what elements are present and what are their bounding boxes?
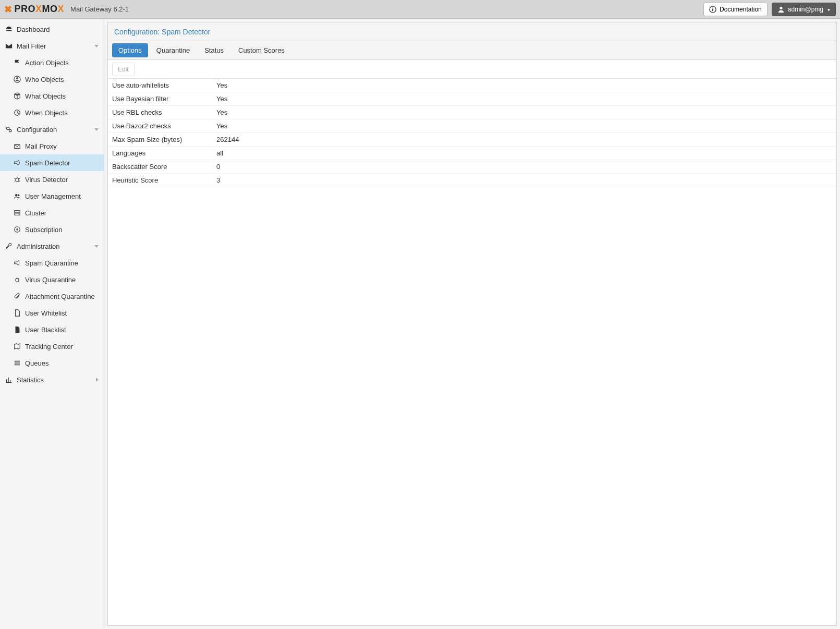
- svg-rect-2: [712, 7, 713, 8]
- sidebar-item-mail-proxy[interactable]: Mail Proxy: [0, 138, 104, 154]
- sidebar-item-what-objects[interactable]: What Objects: [0, 88, 104, 104]
- svg-rect-12: [15, 211, 20, 213]
- option-value: Yes: [216, 122, 832, 130]
- file-icon: [14, 309, 21, 317]
- tab-bar: Options Quarantine Status Custom Scores: [108, 41, 836, 60]
- brand-logo: ✖ PROXMOX: [4, 4, 64, 15]
- cube-icon: [14, 92, 21, 100]
- bars-icon: [14, 359, 21, 367]
- panel-title: Configuration: Spam Detector: [108, 22, 836, 41]
- svg-point-5: [16, 77, 18, 79]
- sidebar-item-spam-quarantine[interactable]: Spam Quarantine: [0, 255, 104, 271]
- svg-rect-13: [15, 213, 20, 215]
- sidebar-item-configuration[interactable]: Configuration: [0, 121, 104, 138]
- option-key: Use Bayesian filter: [112, 95, 216, 103]
- option-value: all: [216, 149, 832, 157]
- tab-custom-scores[interactable]: Custom Scores: [232, 43, 291, 57]
- chevron-down-icon: [826, 6, 830, 13]
- gears-icon: [5, 126, 13, 133]
- option-value: Yes: [216, 95, 832, 103]
- sidebar-item-who-objects[interactable]: Who Objects: [0, 71, 104, 88]
- user-menu-button[interactable]: admin@pmg: [772, 3, 836, 16]
- user-label: admin@pmg: [788, 6, 823, 13]
- options-grid: Use auto-whitelistsYesUse Bayesian filte…: [108, 79, 836, 625]
- option-value: Yes: [216, 81, 832, 89]
- svg-point-3: [780, 6, 782, 9]
- sidebar-item-user-mgmt[interactable]: User Management: [0, 188, 104, 204]
- sidebar-item-mail-filter[interactable]: Mail Filter: [0, 38, 104, 54]
- sidebar-item-queues[interactable]: Queues: [0, 355, 104, 371]
- svg-point-9: [16, 178, 19, 182]
- svg-point-7: [7, 127, 9, 130]
- bullhorn-icon: [14, 159, 21, 166]
- bug-icon: [14, 276, 21, 283]
- svg-point-11: [18, 195, 20, 197]
- option-key: Use Razor2 checks: [112, 122, 216, 130]
- user-circle-icon: [14, 76, 21, 83]
- sidebar-item-cluster[interactable]: Cluster: [0, 204, 104, 221]
- chevron-down-icon: [94, 45, 99, 47]
- edit-button[interactable]: Edit: [112, 63, 135, 76]
- option-row[interactable]: Languagesall: [108, 147, 836, 160]
- tab-quarantine[interactable]: Quarantine: [150, 43, 196, 57]
- sidebar-item-statistics[interactable]: Statistics: [0, 371, 104, 388]
- sidebar-item-action-objects[interactable]: Action Objects: [0, 54, 104, 71]
- option-row[interactable]: Use Razor2 checksYes: [108, 119, 836, 133]
- clock-icon: [14, 109, 21, 116]
- option-row[interactable]: Backscatter Score0: [108, 160, 836, 174]
- option-row[interactable]: Use auto-whitelistsYes: [108, 79, 836, 92]
- option-key: Backscatter Score: [112, 163, 216, 171]
- option-row[interactable]: Max Spam Size (bytes)262144: [108, 133, 836, 147]
- sidebar-item-subscription[interactable]: Subscription: [0, 221, 104, 238]
- tab-status[interactable]: Status: [198, 43, 230, 57]
- option-key: Use RBL checks: [112, 108, 216, 116]
- option-row[interactable]: Use Bayesian filterYes: [108, 92, 836, 106]
- svg-point-8: [9, 129, 11, 131]
- sidebar-item-user-blacklist[interactable]: User Blacklist: [0, 321, 104, 338]
- dashboard-icon: [5, 26, 13, 33]
- sidebar-item-spam-detector[interactable]: Spam Detector: [0, 154, 104, 171]
- info-icon: [709, 6, 716, 13]
- product-name: Mail Gateway 6.2-1: [70, 5, 129, 13]
- option-value: 3: [216, 176, 832, 184]
- svg-point-16: [16, 278, 19, 282]
- doc-label: Documentation: [720, 6, 762, 13]
- map-icon: [14, 343, 21, 350]
- paperclip-icon: [14, 293, 21, 300]
- documentation-button[interactable]: Documentation: [703, 3, 768, 16]
- option-key: Languages: [112, 149, 216, 157]
- server-icon: [14, 209, 21, 216]
- option-row[interactable]: Heuristic Score3: [108, 174, 836, 187]
- topbar: ✖ PROXMOX Mail Gateway 6.2-1 Documentati…: [0, 0, 840, 19]
- option-key: Heuristic Score: [112, 176, 216, 184]
- sidebar-item-administration[interactable]: Administration: [0, 238, 104, 255]
- sidebar-item-attachment-quarantine[interactable]: Attachment Quarantine: [0, 288, 104, 305]
- sidebar-item-tracking-center[interactable]: Tracking Center: [0, 338, 104, 355]
- svg-point-15: [16, 228, 18, 231]
- users-icon: [14, 192, 21, 200]
- envelope-open-icon: [14, 142, 21, 150]
- bug-icon: [14, 176, 21, 183]
- user-icon: [777, 6, 785, 13]
- chart-icon: [5, 376, 13, 383]
- option-key: Max Spam Size (bytes): [112, 136, 216, 143]
- sidebar-item-user-whitelist[interactable]: User Whitelist: [0, 305, 104, 321]
- option-value: Yes: [216, 108, 832, 116]
- toolbar: Edit: [108, 60, 836, 79]
- sidebar-item-dashboard[interactable]: Dashboard: [0, 21, 104, 38]
- tab-options[interactable]: Options: [112, 43, 148, 57]
- svg-rect-1: [712, 9, 713, 11]
- option-row[interactable]: Use RBL checksYes: [108, 106, 836, 119]
- brand-text: PROXMOX: [15, 4, 65, 15]
- logo-x-icon: ✖: [4, 4, 13, 15]
- option-value: 262144: [216, 136, 832, 143]
- wrench-icon: [5, 243, 13, 250]
- sidebar-item-virus-quarantine[interactable]: Virus Quarantine: [0, 271, 104, 288]
- main-panel: Configuration: Spam Detector Options Qua…: [107, 22, 837, 626]
- chevron-down-icon: [94, 245, 99, 248]
- bullhorn-icon: [14, 259, 21, 267]
- chevron-right-icon: [96, 378, 99, 382]
- sidebar-item-when-objects[interactable]: When Objects: [0, 104, 104, 121]
- sidebar-item-virus-detector[interactable]: Virus Detector: [0, 171, 104, 188]
- option-value: 0: [216, 163, 832, 171]
